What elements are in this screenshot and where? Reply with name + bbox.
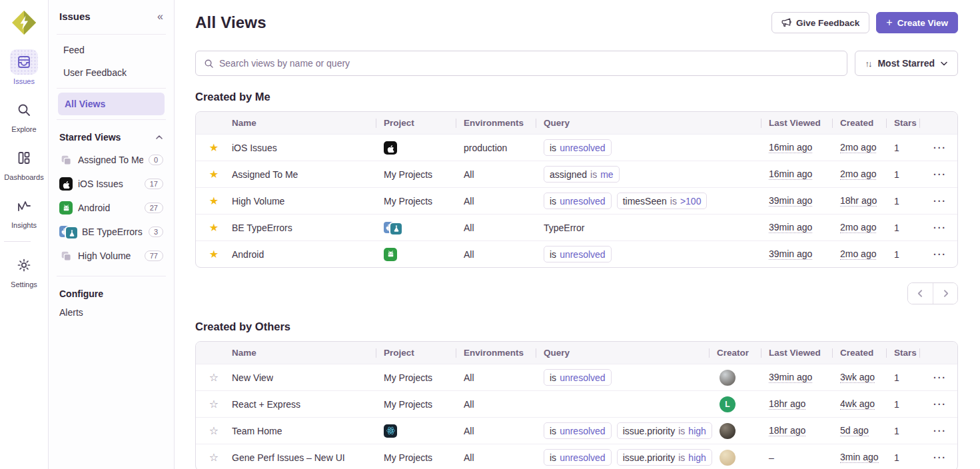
starred-view-item[interactable]: BE TypeErrors3	[58, 220, 165, 244]
view-row[interactable]: ☆New ViewMy ProjectsAllisunresolved39min…	[196, 364, 957, 390]
rail-item-insights[interactable]: Insights	[4, 193, 43, 229]
last-viewed-value: 39min ago	[769, 195, 812, 207]
star-outline-icon[interactable]: ☆	[209, 426, 219, 436]
chevron-up-icon[interactable]	[155, 133, 163, 141]
sentry-logo[interactable]	[9, 8, 39, 37]
created-value: 3wk ago	[840, 372, 875, 383]
starred-view-item[interactable]: iOS Issues17	[58, 172, 165, 196]
rail-item-label: Explore	[11, 125, 36, 133]
rail-item-label: Issues	[13, 77, 35, 85]
created-value: 2mo ago	[840, 142, 876, 153]
row-overflow-menu[interactable]: ···	[931, 452, 949, 463]
issue-count-badge: 27	[145, 203, 163, 213]
stars-count: 1	[894, 452, 927, 463]
starred-view-label: BE TypeErrors	[82, 227, 143, 237]
view-row[interactable]: ★BE TypeErrorsAllTypeError39min ago2mo a…	[196, 214, 957, 240]
row-overflow-menu[interactable]: ···	[931, 249, 949, 260]
query-token: unresolved	[560, 196, 606, 207]
query-cell: isunresolved	[544, 139, 769, 156]
row-overflow-menu[interactable]: ···	[931, 372, 949, 383]
environments-cell: production	[464, 143, 544, 153]
query-cell: assignedisme	[544, 166, 769, 183]
view-row[interactable]: ☆React + ExpressMy ProjectsAllL18hr ago4…	[196, 390, 957, 417]
rail-item-label: Insights	[11, 221, 37, 229]
view-name-link[interactable]: High Volume	[232, 196, 284, 207]
sidebar-item-all-views[interactable]: All Views	[58, 93, 165, 115]
starred-views-title: Starred Views	[59, 132, 121, 143]
query-token: is	[550, 372, 556, 383]
starred-view-label: Android	[78, 203, 139, 213]
column-header: Stars	[894, 348, 927, 358]
rail-item-issues[interactable]: Issues	[4, 49, 43, 85]
flask-project-icon	[390, 223, 402, 234]
rail-item-settings[interactable]: Settings	[4, 252, 43, 288]
starred-view-item[interactable]: Assigned To Me0	[58, 148, 165, 172]
star-filled-icon[interactable]: ★	[209, 223, 219, 233]
pagination	[907, 282, 958, 304]
sidebar-item-alerts[interactable]: Alerts	[58, 304, 165, 324]
row-overflow-menu[interactable]: ···	[931, 169, 949, 180]
row-overflow-menu[interactable]: ···	[931, 426, 949, 436]
megaphone-icon	[781, 18, 791, 27]
inbox-icon	[10, 49, 38, 75]
stars-count: 1	[894, 399, 927, 410]
starred-view-item[interactable]: High Volume77	[58, 244, 165, 268]
created-value: 2mo ago	[840, 169, 876, 180]
chevron-right-icon[interactable]	[933, 283, 957, 304]
creator-avatar	[720, 423, 735, 439]
creator-avatar: L	[720, 396, 735, 412]
rail-item-dashboards[interactable]: Dashboards	[4, 145, 43, 181]
view-name-link[interactable]: New View	[232, 372, 273, 383]
query-token: is	[550, 249, 556, 260]
project-label: My Projects	[384, 372, 432, 383]
row-overflow-menu[interactable]: ···	[931, 143, 949, 153]
view-name-link[interactable]: iOS Issues	[232, 143, 277, 153]
view-name-link[interactable]: Gene Perf Issues – New UI	[232, 452, 345, 463]
chevron-left-icon[interactable]	[908, 283, 933, 304]
created-value: 3min ago	[840, 452, 879, 463]
view-name-link[interactable]: Assigned To Me	[232, 169, 298, 180]
create-view-button[interactable]: + Create View	[876, 12, 958, 33]
search-input[interactable]	[219, 58, 839, 69]
sort-dropdown[interactable]: ↑↓ Most Starred	[855, 51, 958, 76]
rail-item-explore[interactable]: Explore	[4, 97, 43, 133]
environments-cell: All	[464, 196, 544, 207]
view-name-link[interactable]: BE TypeErrors	[232, 223, 292, 233]
stars-count: 1	[894, 196, 927, 207]
environments-cell: All	[464, 223, 544, 233]
view-row[interactable]: ★High VolumeMy ProjectsAllisunresolvedti…	[196, 187, 957, 214]
divider	[57, 88, 166, 89]
view-name-link[interactable]: Android	[232, 249, 264, 260]
star-outline-icon[interactable]: ☆	[209, 399, 219, 410]
divider	[57, 276, 166, 276]
star-filled-icon[interactable]: ★	[209, 196, 219, 207]
star-outline-icon[interactable]: ☆	[209, 452, 219, 463]
star-filled-icon[interactable]: ★	[209, 249, 219, 260]
star-outline-icon[interactable]: ☆	[209, 372, 219, 383]
row-overflow-menu[interactable]: ···	[931, 196, 949, 207]
view-row[interactable]: ★iOS Issuesproductionisunresolved16min a…	[196, 134, 957, 161]
double-chevron-left-icon[interactable]: «	[157, 11, 163, 22]
gear-icon	[10, 252, 38, 278]
sidebar-item-feed[interactable]: Feed	[58, 39, 165, 61]
chevron-down-icon	[940, 59, 948, 67]
view-row[interactable]: ★AndroidAllisunresolved39min ago2mo ago1…	[196, 240, 957, 267]
view-name-link[interactable]: React + Express	[232, 399, 300, 410]
android-project-icon	[59, 201, 73, 215]
environments-cell: All	[464, 399, 544, 410]
sidebar-item-user-feedback[interactable]: User Feedback	[58, 61, 165, 84]
row-overflow-menu[interactable]: ···	[931, 223, 949, 233]
starred-view-item[interactable]: Android27	[58, 196, 165, 220]
view-name-link[interactable]: Team Home	[232, 426, 282, 436]
row-overflow-menu[interactable]: ···	[931, 399, 949, 410]
view-row[interactable]: ☆Team HomeAllisunresolvedissue.priorityi…	[196, 417, 957, 444]
starred-view-label: Assigned To Me	[78, 155, 143, 165]
view-row[interactable]: ☆Gene Perf Issues – New UIMy ProjectsAll…	[196, 444, 957, 469]
give-feedback-button[interactable]: Give Feedback	[771, 12, 869, 33]
query-token: unresolved	[560, 372, 606, 383]
star-filled-icon[interactable]: ★	[209, 169, 219, 180]
star-filled-icon[interactable]: ★	[209, 143, 219, 153]
query-cell: isunresolvedissue.priorityishigh	[544, 422, 717, 439]
view-row[interactable]: ★Assigned To MeMy ProjectsAllassignedism…	[196, 161, 957, 187]
stars-count: 1	[894, 372, 927, 383]
